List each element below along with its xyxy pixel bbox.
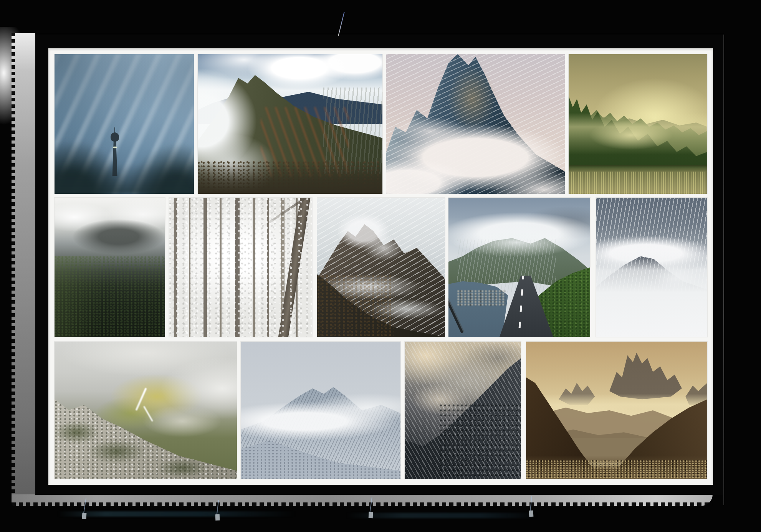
frost-speckle-layer [169,198,312,337]
photo-highland-valley [55,342,237,479]
rubble-speckle [526,460,707,479]
photo-alpine-spire [386,54,565,194]
frame-edge-highlight [723,35,724,505]
lighthouse-lights [113,146,117,149]
lighthouse-mast [114,127,115,133]
photo-grid [55,54,707,479]
photo-minimal-fog-hill [596,198,707,337]
debris-tick [529,511,534,517]
framed-collage-mockup [0,0,761,532]
low-cloud-layer [386,54,565,194]
photo-cloud-over-dark-forest [55,198,165,337]
photo-storm-light-slope [405,342,521,479]
foreground-shadow [55,163,194,194]
photo-cloud-ridge [198,54,382,194]
shadow-streak-left [58,511,296,517]
photo-golden-dolomite-ridges [526,342,707,479]
photo-misty-coast-road [448,198,590,337]
photo-golden-forest-lake [569,54,707,194]
lighthouse-dome [111,132,119,142]
photo-snow-dusted-peak [317,198,445,337]
forest-texture [55,256,165,337]
conifer-speckle [440,403,521,479]
photo-foggy-lighthouse [55,54,194,194]
debris-tick [369,512,373,518]
larch-texture [317,274,394,337]
frame-outer-bevel-left [12,33,35,506]
debris-tick [215,514,220,520]
lake-sparkle [569,172,707,194]
scratch-mark-top [338,12,344,36]
shadow-streak-right [346,513,538,518]
photo-pale-snow-range [241,342,400,479]
shrub-foreground [198,160,382,194]
debris-tick [82,513,87,519]
photo-foggy-forest-canopy [169,198,312,337]
rolling-fog-layer [55,342,237,479]
fog-sea-layer [596,198,707,337]
rocky-shore-texture [457,290,505,307]
frame-outer-bevel-bottom [12,494,713,506]
